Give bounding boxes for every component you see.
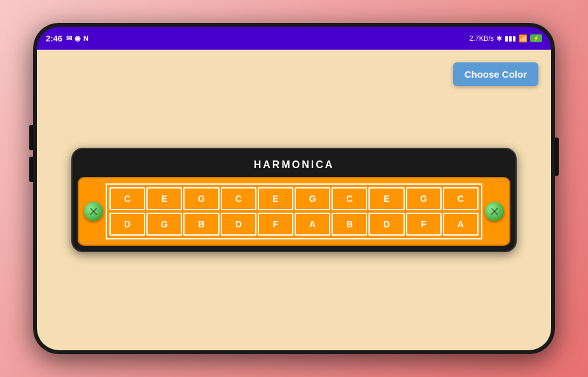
top-key-G-2[interactable]: G bbox=[183, 187, 219, 210]
top-key-C-9[interactable]: C bbox=[443, 187, 479, 210]
bottom-key-A-5[interactable]: A bbox=[295, 213, 330, 236]
harmonica-body: CEGCEGCEGC DGBDFABDFA bbox=[78, 177, 510, 246]
bottom-key-G-1[interactable]: G bbox=[146, 213, 182, 236]
bottom-key-F-4[interactable]: F bbox=[258, 213, 293, 236]
status-left: 2:46 ✉ ◉ N bbox=[46, 34, 88, 43]
left-screw bbox=[84, 202, 103, 221]
top-key-G-8[interactable]: G bbox=[406, 187, 442, 210]
choose-color-button[interactable]: Choose Color bbox=[453, 62, 538, 86]
status-icons: ✉ ◉ N bbox=[66, 34, 88, 43]
top-key-G-5[interactable]: G bbox=[295, 187, 330, 210]
status-bar: 2:46 ✉ ◉ N 2.7KB/s ✱ ▮▮▮ 📶 ⚡ bbox=[37, 27, 551, 50]
battery-icon: ⚡ bbox=[530, 34, 542, 42]
harmonica-title: HARMONICA bbox=[78, 154, 510, 177]
bottom-keys-row: DGBDFABDFA bbox=[109, 213, 479, 236]
top-key-C-6[interactable]: C bbox=[332, 187, 367, 210]
top-key-E-1[interactable]: E bbox=[146, 187, 182, 210]
mail-icon: ✉ bbox=[66, 34, 72, 43]
signal-icon: ▮▮▮ bbox=[505, 34, 516, 43]
clock: 2:46 bbox=[46, 34, 62, 43]
bottom-key-D-7[interactable]: D bbox=[368, 213, 404, 236]
bottom-key-A-9[interactable]: A bbox=[443, 213, 479, 236]
app-content: Choose Color HARMONICA CEGCEGCEGC DGBDFA… bbox=[37, 50, 551, 350]
phone-screen: 2:46 ✉ ◉ N 2.7KB/s ✱ ▮▮▮ 📶 ⚡ Choose Colo… bbox=[37, 27, 551, 350]
top-keys-row: CEGCEGCEGC bbox=[109, 187, 479, 210]
top-key-E-4[interactable]: E bbox=[258, 187, 293, 210]
keys-grid: CEGCEGCEGC DGBDFABDFA bbox=[106, 183, 482, 239]
notification-icon: N bbox=[83, 34, 88, 42]
power-button[interactable] bbox=[555, 138, 559, 176]
right-screw bbox=[485, 202, 504, 221]
status-right: 2.7KB/s ✱ ▮▮▮ 📶 ⚡ bbox=[469, 34, 542, 43]
bottom-key-F-8[interactable]: F bbox=[406, 213, 442, 236]
bottom-key-D-0[interactable]: D bbox=[109, 213, 145, 236]
bottom-key-B-6[interactable]: B bbox=[332, 213, 367, 236]
phone-shell: 2:46 ✉ ◉ N 2.7KB/s ✱ ▮▮▮ 📶 ⚡ Choose Colo… bbox=[33, 23, 555, 354]
bottom-key-B-2[interactable]: B bbox=[183, 213, 219, 236]
instagram-icon: ◉ bbox=[74, 34, 81, 43]
bluetooth-icon: ✱ bbox=[496, 34, 502, 43]
top-key-E-7[interactable]: E bbox=[368, 187, 404, 210]
volume-down-button[interactable] bbox=[29, 157, 33, 182]
network-speed: 2.7KB/s bbox=[469, 34, 494, 42]
harmonica-container: HARMONICA CEGCEGCEGC DGBDFABDFA bbox=[71, 148, 517, 252]
volume-up-button[interactable] bbox=[29, 125, 33, 150]
top-key-C-3[interactable]: C bbox=[221, 187, 256, 210]
top-key-C-0[interactable]: C bbox=[109, 187, 145, 210]
bottom-key-D-3[interactable]: D bbox=[221, 213, 256, 236]
wifi-icon: 📶 bbox=[519, 34, 528, 43]
